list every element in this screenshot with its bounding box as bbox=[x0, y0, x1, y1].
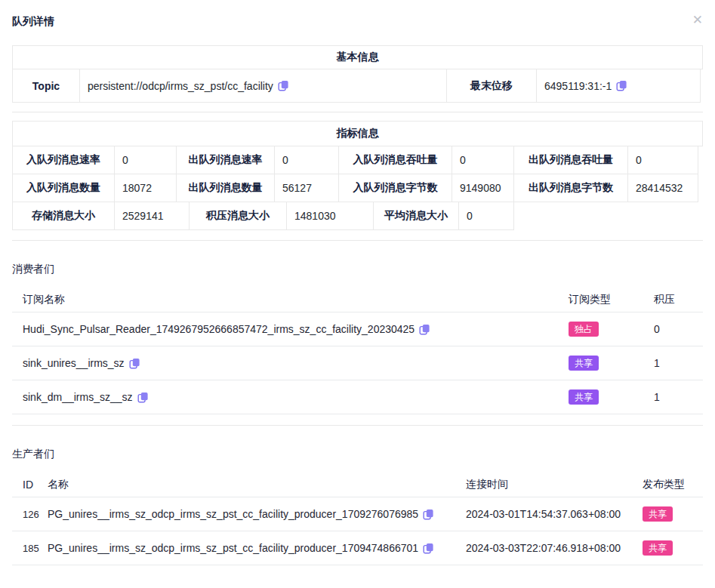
consumer-row: sink_unires__irms_sz 共享 1 bbox=[12, 346, 703, 380]
consumers-section-title: 消费者们 bbox=[12, 263, 703, 276]
topic-label: Topic bbox=[12, 69, 80, 103]
consumers-table-header: 订阅名称 订阅类型 积压 bbox=[12, 287, 703, 312]
producer-row: 126 PG_unires__irms_sz_odcp_irms_sz_pst_… bbox=[12, 497, 703, 531]
subscription-type-badge: 共享 bbox=[569, 356, 599, 371]
backlog-value: 1 bbox=[654, 391, 703, 403]
section-divider bbox=[12, 425, 703, 426]
producers-table: ID 名称 连接时间 发布类型 126 PG_unires__irms_sz_o… bbox=[12, 472, 703, 565]
col-subscription-name: 订阅名称 bbox=[12, 293, 569, 306]
metric-label: 出队列消息字节数 bbox=[513, 174, 628, 202]
metric-value: 0 bbox=[458, 202, 514, 230]
consumers-table: 订阅名称 订阅类型 积压 Hudi_Sync_Pulsar_Reader_174… bbox=[12, 287, 703, 414]
drawer-header: 队列详情 ✕ bbox=[12, 0, 703, 29]
producers-table-header: ID 名称 连接时间 发布类型 bbox=[12, 472, 703, 497]
offset-label: 最末位移 bbox=[446, 69, 537, 103]
producer-connect-time: 2024-03-01T14:54:37.063+08:00 bbox=[466, 508, 643, 520]
queue-detail-panel: 队列详情 ✕ 基本信息 Topic persistent://odcp/irms… bbox=[0, 0, 715, 565]
subscription-name: sink_unires__irms_sz bbox=[23, 357, 125, 369]
close-icon[interactable]: ✕ bbox=[692, 14, 703, 26]
metrics-header: 指标信息 bbox=[12, 121, 703, 146]
metric-value: 9149080 bbox=[451, 174, 514, 202]
copy-icon[interactable] bbox=[423, 543, 434, 554]
metric-label: 入队列消息吞吐量 bbox=[338, 146, 452, 174]
basic-info-data-row: Topic persistent://odcp/irms_sz_pst/cc_f… bbox=[12, 69, 703, 103]
topic-value: persistent://odcp/irms_sz_pst/cc_facilit… bbox=[88, 80, 273, 92]
copy-icon[interactable] bbox=[137, 392, 149, 403]
metric-label: 入队列消息速率 bbox=[12, 146, 115, 174]
backlog-value: 0 bbox=[654, 323, 703, 335]
producer-name: PG_unires__irms_sz_odcp_irms_sz_pst_cc_f… bbox=[48, 542, 418, 554]
copy-icon[interactable] bbox=[616, 80, 627, 91]
metric-value: 0 bbox=[451, 146, 514, 174]
producers-section-title: 生产者们 bbox=[12, 448, 703, 461]
metric-label: 积压消息大小 bbox=[189, 202, 287, 230]
page-title: 队列详情 bbox=[12, 15, 54, 29]
metric-label: 存储消息大小 bbox=[12, 202, 115, 230]
metric-value: 2529141 bbox=[114, 202, 190, 230]
metrics-row-1: 入队列消息速率 0 出队列消息速率 0 入队列消息吞吐量 0 出队列消息吞吐量 … bbox=[12, 146, 703, 174]
metric-label: 入队列消息数量 bbox=[12, 174, 115, 202]
metric-value: 56127 bbox=[274, 174, 339, 202]
metric-value: 28414532 bbox=[627, 174, 698, 202]
offset-value: 6495119:31:-1 bbox=[544, 80, 612, 92]
subscription-type-badge: 共享 bbox=[569, 389, 599, 405]
producer-connect-time: 2024-03-03T22:07:46.918+08:00 bbox=[466, 542, 643, 554]
metrics-table: 指标信息 入队列消息速率 0 出队列消息速率 0 入队列消息吞吐量 0 出队列消… bbox=[12, 121, 703, 230]
topic-value-cell: persistent://odcp/irms_sz_pst/cc_facilit… bbox=[79, 69, 447, 103]
section-divider bbox=[12, 240, 703, 241]
copy-icon[interactable] bbox=[423, 509, 434, 520]
metrics-row-3: 存储消息大小 2529141 积压消息大小 1481030 平均消息大小 0 bbox=[12, 202, 703, 230]
producer-name: PG_unires__irms_sz_odcp_irms_sz_pst_cc_f… bbox=[48, 508, 418, 520]
col-connect-time: 连接时间 bbox=[466, 478, 643, 491]
subscription-type-badge: 独占 bbox=[569, 322, 599, 337]
copy-icon[interactable] bbox=[278, 80, 289, 91]
col-id: ID bbox=[12, 479, 48, 491]
col-name: 名称 bbox=[48, 478, 466, 491]
copy-icon[interactable] bbox=[419, 324, 430, 335]
producer-id: 126 bbox=[12, 509, 48, 520]
producer-row: 185 PG_unires__irms_sz_odcp_irms_sz_pst_… bbox=[12, 531, 703, 565]
section-divider bbox=[12, 112, 703, 112]
publish-type-badge: 共享 bbox=[643, 506, 673, 522]
offset-value-cell: 6495119:31:-1 bbox=[536, 69, 701, 103]
basic-info-header-row: 基本信息 bbox=[12, 45, 703, 69]
metric-value: 0 bbox=[114, 146, 177, 174]
col-publish-type: 发布类型 bbox=[643, 478, 703, 491]
subscription-name: Hudi_Sync_Pulsar_Reader_1749267952666857… bbox=[23, 323, 415, 335]
consumer-row: Hudi_Sync_Pulsar_Reader_1749267952666857… bbox=[12, 312, 703, 346]
metric-label: 出队列消息速率 bbox=[176, 146, 275, 174]
subscription-name: sink_dm__irms_sz__sz bbox=[23, 391, 133, 403]
metric-value: 0 bbox=[274, 146, 339, 174]
metric-label: 入队列消息字节数 bbox=[338, 174, 452, 202]
copy-icon[interactable] bbox=[129, 358, 140, 369]
basic-info-header: 基本信息 bbox=[12, 45, 703, 69]
metric-label: 平均消息大小 bbox=[373, 202, 459, 230]
col-subscription-type: 订阅类型 bbox=[569, 293, 654, 306]
metric-value: 0 bbox=[627, 146, 698, 174]
metric-label: 出队列消息数量 bbox=[176, 174, 275, 202]
metric-value: 1481030 bbox=[286, 202, 374, 230]
metrics-header-row: 指标信息 bbox=[12, 121, 703, 146]
metric-label: 出队列消息吞吐量 bbox=[513, 146, 628, 174]
metric-value: 18072 bbox=[114, 174, 177, 202]
publish-type-badge: 共享 bbox=[643, 540, 673, 556]
col-backlog: 积压 bbox=[654, 293, 703, 306]
backlog-value: 1 bbox=[654, 357, 703, 369]
producer-id: 185 bbox=[12, 543, 48, 554]
consumer-row: sink_dm__irms_sz__sz 共享 1 bbox=[12, 380, 703, 414]
basic-info-table: 基本信息 Topic persistent://odcp/irms_sz_pst… bbox=[12, 45, 703, 103]
metrics-row-2: 入队列消息数量 18072 出队列消息数量 56127 入队列消息字节数 914… bbox=[12, 174, 703, 202]
